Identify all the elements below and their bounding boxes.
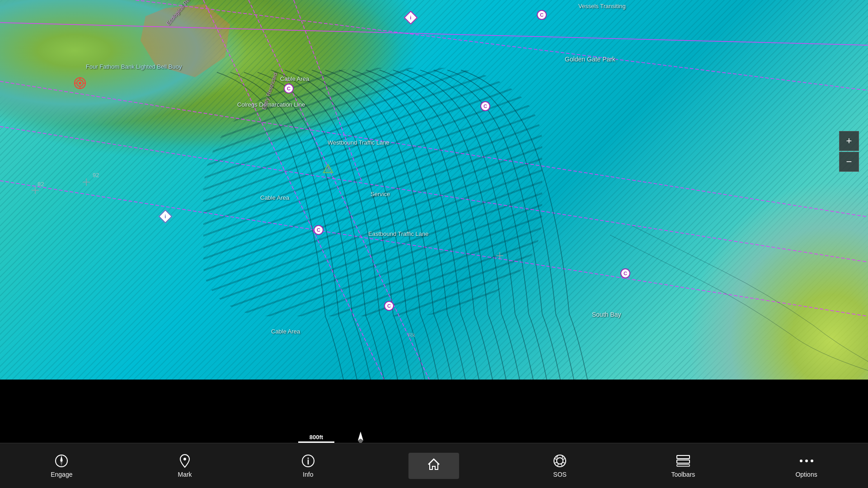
svg-point-46 [800, 460, 802, 462]
dots-icon [799, 454, 814, 468]
toolbar-toolbars[interactable]: Toolbars [661, 449, 706, 483]
svg-line-39 [563, 459, 565, 460]
svg-point-48 [811, 460, 813, 462]
svg-point-34 [557, 458, 563, 464]
svg-point-32 [307, 457, 309, 459]
scale-bar: 800ft [298, 434, 334, 443]
svg-rect-43 [677, 455, 690, 459]
options-label: Options [795, 471, 817, 478]
toolbar-options[interactable]: Options [784, 449, 829, 483]
svg-line-37 [555, 459, 558, 460]
svg-point-33 [554, 455, 566, 467]
svg-rect-45 [677, 465, 690, 466]
sos-label: SOS [553, 471, 567, 478]
shallow-area-right [687, 181, 868, 380]
scale-text: 800ft [310, 434, 323, 441]
svg-point-28 [61, 460, 62, 462]
svg-rect-44 [677, 460, 690, 463]
svg-line-41 [558, 464, 558, 466]
zoom-in-button[interactable]: + [839, 131, 859, 151]
zoom-out-button[interactable]: − [839, 152, 859, 172]
lifebuoy-icon [553, 454, 567, 468]
toolbar-mark[interactable]: Mark [162, 449, 207, 483]
toolbar-sos[interactable]: SOS [537, 449, 582, 483]
info-icon [301, 454, 315, 468]
mark-label: Mark [178, 471, 192, 478]
bottom-toolbar: Engage Mark Info [0, 443, 868, 488]
map-container: Four Fathom Bank Lighted Bell Buoy Cable… [0, 0, 868, 488]
svg-line-40 [563, 462, 565, 463]
svg-line-38 [555, 462, 558, 463]
location-icon [178, 454, 192, 468]
dune-pattern [203, 68, 542, 316]
compass-icon [54, 454, 69, 468]
home-icon [427, 457, 441, 472]
toolbars-label: Toolbars [671, 471, 695, 478]
toolbar-home[interactable] [408, 453, 459, 479]
toolbar-info[interactable]: Info [286, 449, 331, 483]
svg-point-29 [183, 458, 186, 460]
svg-point-47 [805, 460, 808, 462]
zoom-controls: + − [839, 131, 859, 172]
toolbars-icon [676, 454, 690, 468]
toolbar-engage[interactable]: Engage [39, 449, 84, 483]
engage-label: Engage [51, 471, 72, 478]
svg-line-42 [561, 464, 562, 466]
info-label: Info [303, 471, 313, 478]
